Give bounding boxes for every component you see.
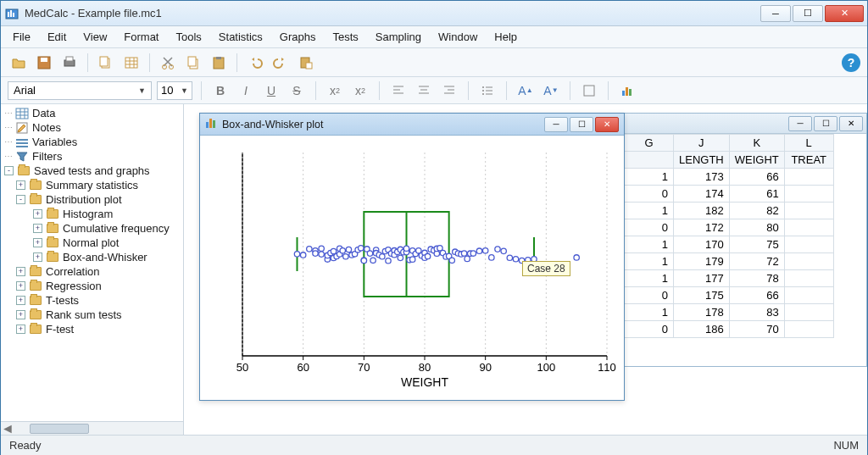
cell[interactable]: 1 xyxy=(625,253,674,270)
table-row[interactable]: 118282 xyxy=(625,203,834,219)
spreadsheet-window[interactable]: ─ ☐ ✕ GJKLLENGTHWEIGHTTREAT1173660174611… xyxy=(623,113,867,367)
plot-close-button[interactable]: ✕ xyxy=(595,117,619,132)
cell[interactable]: 82 xyxy=(729,203,784,219)
tree-expander[interactable]: + xyxy=(33,209,42,219)
align-right-icon[interactable] xyxy=(439,80,459,101)
close-button[interactable]: ✕ xyxy=(825,5,864,22)
border-icon[interactable] xyxy=(579,80,599,101)
italic-button[interactable]: I xyxy=(236,80,256,101)
paste-special-icon[interactable] xyxy=(295,52,317,74)
tree-expander[interactable]: + xyxy=(33,238,42,247)
plot-maximize-button[interactable]: ☐ xyxy=(570,117,593,132)
menu-edit[interactable]: Edit xyxy=(41,28,73,46)
copy-icon[interactable] xyxy=(182,52,204,74)
tree-item[interactable]: +Correlation xyxy=(1,264,183,279)
print-icon[interactable] xyxy=(58,52,81,74)
cell[interactable]: 174 xyxy=(674,186,730,203)
menu-file[interactable]: File xyxy=(6,28,37,46)
cell[interactable]: 175 xyxy=(674,287,730,304)
tree-item[interactable]: +F-test xyxy=(1,322,183,336)
cell[interactable] xyxy=(784,270,833,287)
tree-item[interactable]: +Cumulative frequency xyxy=(1,221,183,236)
cell[interactable] xyxy=(784,236,833,253)
table-row[interactable]: 117778 xyxy=(625,270,834,287)
plot-titlebar[interactable]: Box-and-Whisker plot ─ ☐ ✕ xyxy=(200,114,624,136)
tree-item[interactable]: +Box-and-Whisker xyxy=(1,250,183,264)
cell[interactable]: 80 xyxy=(729,219,784,236)
tree[interactable]: ⋯Data⋯Notes⋯Variables⋯Filters-Saved test… xyxy=(1,104,183,435)
cell[interactable]: 186 xyxy=(674,321,730,338)
tree-expander[interactable]: - xyxy=(4,166,14,175)
sheet-close-button[interactable]: ✕ xyxy=(839,116,863,131)
cell[interactable]: 0 xyxy=(625,186,674,203)
cell[interactable]: 0 xyxy=(625,321,674,338)
strike-button[interactable]: S xyxy=(287,80,307,101)
font-grow-icon[interactable]: A▲ xyxy=(515,80,536,101)
tree-expander[interactable]: + xyxy=(33,252,42,262)
cell[interactable]: 182 xyxy=(674,203,730,219)
tree-expander[interactable]: + xyxy=(16,296,25,305)
col-header[interactable]: WEIGHT xyxy=(729,152,784,169)
cell[interactable]: 1 xyxy=(625,203,674,219)
cell[interactable]: 1 xyxy=(625,304,674,321)
cut-icon[interactable] xyxy=(157,52,179,74)
table-row[interactable]: 017280 xyxy=(625,219,834,236)
tree-item[interactable]: +Summary statistics xyxy=(1,178,183,192)
tree-expander[interactable]: + xyxy=(16,267,25,276)
spreadsheet-table[interactable]: GJKLLENGTHWEIGHTTREAT1173660174611182820… xyxy=(624,134,834,338)
tree-item[interactable]: -Saved tests and graphs xyxy=(1,164,183,178)
tree-item[interactable]: ⋯Filters xyxy=(1,149,183,164)
menu-tests[interactable]: Tests xyxy=(326,28,365,46)
chart-icon[interactable] xyxy=(617,80,637,101)
cell[interactable]: 78 xyxy=(729,270,784,287)
tree-item[interactable]: -Distribution plot xyxy=(1,192,183,207)
help-icon[interactable]: ? xyxy=(842,53,860,72)
col-letter[interactable]: J xyxy=(674,135,730,152)
bold-button[interactable]: B xyxy=(210,80,231,101)
menu-help[interactable]: Help xyxy=(487,28,524,46)
cell[interactable] xyxy=(784,169,833,186)
minimize-button[interactable]: ─ xyxy=(760,5,791,22)
col-header[interactable]: LENGTH xyxy=(674,152,730,169)
horizontal-scrollbar[interactable]: ◄ xyxy=(1,421,183,435)
menu-statistics[interactable]: Statistics xyxy=(212,28,270,46)
cell[interactable]: 178 xyxy=(674,304,730,321)
subscript-button[interactable]: x2 xyxy=(325,80,345,101)
tree-item[interactable]: ⋯Data xyxy=(1,106,183,120)
col-letter[interactable]: K xyxy=(729,135,784,152)
tree-expander[interactable]: + xyxy=(33,224,42,233)
menu-format[interactable]: Format xyxy=(117,28,165,46)
cell[interactable]: 0 xyxy=(625,219,674,236)
table-row[interactable]: 117366 xyxy=(625,169,834,186)
sheet-maximize-button[interactable]: ☐ xyxy=(814,116,837,131)
table-icon[interactable] xyxy=(120,52,142,74)
tree-item[interactable]: +Rank sum tests xyxy=(1,308,183,322)
col-header[interactable]: TREAT xyxy=(784,152,833,169)
cell[interactable]: 170 xyxy=(674,236,730,253)
table-row[interactable]: 017461 xyxy=(625,186,834,203)
plot-minimize-button[interactable]: ─ xyxy=(544,117,568,132)
font-size-selector[interactable]: 10▼ xyxy=(157,81,192,100)
tree-item[interactable]: ⋯Notes xyxy=(1,120,183,135)
superscript-button[interactable]: x2 xyxy=(350,80,370,101)
table-row[interactable]: 117972 xyxy=(625,253,834,270)
cell[interactable]: 1 xyxy=(625,236,674,253)
tree-item[interactable]: +Histogram xyxy=(1,207,183,221)
tree-item[interactable]: +Regression xyxy=(1,279,183,293)
col-letter[interactable]: L xyxy=(784,135,833,152)
tree-item[interactable]: ⋯Variables xyxy=(1,135,183,149)
cell[interactable]: 70 xyxy=(729,321,784,338)
cell[interactable]: 72 xyxy=(729,253,784,270)
redo-icon[interactable] xyxy=(270,52,292,74)
tree-item[interactable]: +T-tests xyxy=(1,293,183,308)
tree-expander[interactable]: + xyxy=(16,281,25,291)
underline-button[interactable]: U xyxy=(261,80,281,101)
cell[interactable]: 173 xyxy=(674,169,730,186)
col-header[interactable] xyxy=(625,152,674,169)
cell[interactable] xyxy=(784,321,833,338)
plot-area[interactable]: 5060708090100110WEIGHT Case 28 xyxy=(200,136,624,400)
plot-window[interactable]: Box-and-Whisker plot ─ ☐ ✕ 5060708090100… xyxy=(199,113,625,401)
scrollbar-thumb[interactable] xyxy=(30,424,89,434)
sheet-minimize-button[interactable]: ─ xyxy=(788,116,812,131)
tree-item[interactable]: +Normal plot xyxy=(1,236,183,250)
